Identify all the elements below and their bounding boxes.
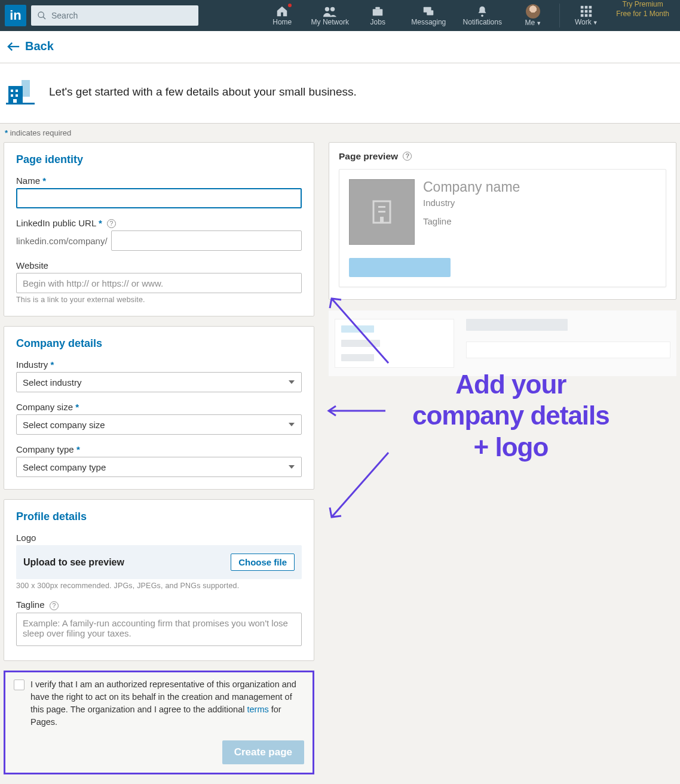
building-icon <box>6 78 35 106</box>
nav-me[interactable]: Me▼ <box>509 0 557 31</box>
intro: Let's get started with a few details abo… <box>0 63 680 124</box>
tagline-label: Tagline ? <box>16 599 302 610</box>
type-select[interactable] <box>16 457 302 477</box>
terms-link[interactable]: terms <box>247 705 269 714</box>
chevron-down-icon: ▼ <box>536 20 541 26</box>
url-label: LinkedIn public URL * ? <box>16 218 302 229</box>
preview-inner: Company name Industry Tagline <box>339 169 666 287</box>
website-input[interactable] <box>16 273 302 293</box>
svg-point-8 <box>481 15 483 17</box>
upload-text: Upload to see preview <box>23 557 124 568</box>
svg-rect-4 <box>373 9 383 16</box>
grid-icon <box>580 5 593 18</box>
svg-rect-26 <box>6 103 35 104</box>
required-note: * indicates required <box>0 124 680 142</box>
svg-rect-14 <box>589 10 592 13</box>
svg-rect-12 <box>581 10 584 13</box>
annotation-text: company details <box>412 400 609 432</box>
svg-rect-15 <box>581 14 584 17</box>
nav-jobs[interactable]: Jobs <box>354 0 402 31</box>
industry-label: Industry * <box>16 359 302 370</box>
nav-network[interactable]: My Network <box>306 0 354 31</box>
nav-label: Work <box>575 18 592 26</box>
preview-industry: Industry <box>423 198 520 208</box>
preview-card: Page preview ? Company name Industry Tag… <box>329 142 676 300</box>
svg-rect-24 <box>16 94 18 97</box>
name-label: Name * <box>16 176 302 186</box>
svg-rect-22 <box>16 90 18 92</box>
tagline-input[interactable] <box>16 613 302 646</box>
svg-rect-23 <box>11 94 13 97</box>
preview-company-name: Company name <box>423 179 520 195</box>
svg-rect-10 <box>585 6 588 9</box>
notification-badge <box>287 2 293 8</box>
size-select[interactable] <box>16 414 302 435</box>
arrow-left-icon <box>7 41 20 52</box>
svg-rect-30 <box>380 217 384 223</box>
url-prefix: linkedin.com/company/ <box>16 236 111 246</box>
logo-placeholder <box>349 179 415 245</box>
svg-rect-17 <box>589 14 592 17</box>
choose-file-button[interactable]: Choose file <box>231 554 295 571</box>
svg-rect-16 <box>585 14 588 17</box>
svg-point-0 <box>38 12 44 17</box>
svg-point-3 <box>330 7 335 11</box>
preview-tagline: Tagline <box>423 216 520 226</box>
nav-home[interactable]: Home <box>258 0 306 31</box>
search-input[interactable] <box>31 5 198 26</box>
divider <box>559 4 560 27</box>
svg-line-33 <box>332 453 388 517</box>
help-icon[interactable]: ? <box>403 152 412 161</box>
url-input[interactable] <box>111 230 302 251</box>
help-icon[interactable]: ? <box>50 601 59 610</box>
svg-rect-21 <box>11 90 13 92</box>
section-title: Company details <box>16 337 302 350</box>
global-nav: in Home My Network Jobs Messaging Notifi… <box>0 0 680 31</box>
linkedin-logo[interactable]: in <box>5 5 26 26</box>
avatar <box>526 4 540 19</box>
size-label: Company size * <box>16 402 302 412</box>
svg-line-1 <box>43 17 45 19</box>
nav-notifications[interactable]: Notifications <box>455 0 509 31</box>
nav-label: My Network <box>311 18 349 26</box>
bell-icon <box>476 5 489 18</box>
section-title: Page identity <box>16 153 302 166</box>
chevron-down-icon: ▼ <box>593 20 598 26</box>
type-label: Company type * <box>16 444 302 454</box>
card-company-details: Company details Industry * Company size … <box>4 326 314 490</box>
back-bar: Back <box>0 31 680 63</box>
premium-upsell[interactable]: Try Premium Free for 1 Month <box>610 0 675 31</box>
nav-label: Notifications <box>463 18 502 26</box>
nav-messaging[interactable]: Messaging <box>402 0 455 31</box>
logo-hint: 300 x 300px recommended. JPGs, JPEGs, an… <box>16 582 302 590</box>
nav-label: Messaging <box>411 18 446 26</box>
create-page-button[interactable]: Create page <box>222 740 304 764</box>
preview-title: Page preview <box>339 151 398 162</box>
svg-rect-11 <box>589 6 592 9</box>
back-button[interactable]: Back <box>7 39 54 53</box>
nav-label: Me <box>525 19 535 27</box>
svg-rect-19 <box>22 80 30 97</box>
building-icon <box>370 199 394 225</box>
section-title: Profile details <box>16 511 302 523</box>
briefcase-icon <box>370 5 385 18</box>
nav-label: Home <box>272 18 292 26</box>
svg-rect-5 <box>376 7 380 10</box>
industry-select[interactable] <box>16 372 302 392</box>
search-icon <box>37 11 47 20</box>
website-label: Website <box>16 260 302 270</box>
svg-rect-9 <box>581 6 584 9</box>
verify-checkbox[interactable] <box>14 680 24 690</box>
svg-rect-28 <box>378 206 385 208</box>
cta-placeholder <box>349 258 451 277</box>
svg-point-2 <box>325 7 329 11</box>
name-input[interactable] <box>16 188 302 208</box>
svg-rect-7 <box>427 10 434 15</box>
intro-text: Let's get started with a few details abo… <box>49 85 357 99</box>
verify-text: I verify that I am an authorized represe… <box>30 678 304 728</box>
website-hint: This is a link to your external website. <box>16 296 302 304</box>
nav-work[interactable]: Work▼ <box>562 0 610 31</box>
help-icon[interactable]: ? <box>107 219 116 228</box>
svg-rect-29 <box>378 211 385 213</box>
nav-label: Jobs <box>370 18 385 26</box>
